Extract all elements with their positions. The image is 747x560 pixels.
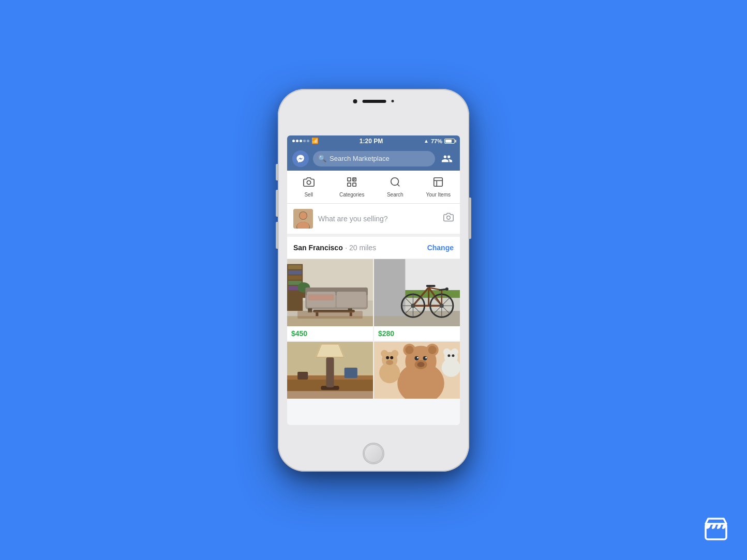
- svg-rect-34: [297, 311, 363, 319]
- search-icon: 🔍: [318, 155, 326, 162]
- wifi-icon: 📶: [311, 138, 319, 144]
- svg-rect-67: [326, 357, 334, 387]
- volume-up-button: [276, 190, 278, 217]
- your-items-icon: [432, 176, 444, 191]
- battery-icon: [444, 139, 455, 144]
- svg-rect-3: [348, 183, 351, 186]
- svg-point-0: [307, 180, 310, 184]
- listing-card-lamp[interactable]: [287, 342, 373, 399]
- sell-bar: What are you selling?: [287, 204, 460, 237]
- svg-rect-72: [287, 391, 373, 399]
- signal-dot-3: [300, 140, 302, 142]
- battery-percent: 77%: [431, 138, 442, 144]
- sell-camera-icon: [303, 176, 315, 191]
- nav-item-sell[interactable]: Sell: [287, 172, 331, 202]
- svg-point-85: [417, 361, 425, 367]
- svg-rect-27: [337, 291, 366, 307]
- listing-card-sofa[interactable]: $450: [287, 259, 373, 341]
- svg-point-97: [447, 354, 450, 357]
- location-distance: · 20 miles: [345, 244, 376, 252]
- svg-rect-36: [309, 295, 333, 299]
- search-bar[interactable]: 🔍 Search Marketplace: [313, 151, 435, 167]
- svg-point-88: [381, 350, 388, 357]
- front-camera: [353, 99, 357, 103]
- svg-point-11: [300, 212, 307, 219]
- location-info: San Francisco · 20 miles: [293, 243, 376, 252]
- volume-down-button: [276, 222, 278, 249]
- signal-dot-4: [303, 140, 306, 142]
- bike-price: $280: [374, 326, 460, 341]
- sofa-price: $450: [287, 326, 373, 341]
- signal-dot-1: [292, 140, 295, 142]
- sell-label: Sell: [304, 192, 313, 198]
- mute-button: [276, 164, 278, 180]
- signal-dot-2: [296, 140, 298, 142]
- search-placeholder: Search Marketplace: [330, 155, 390, 162]
- svg-point-90: [386, 359, 393, 365]
- svg-rect-71: [345, 367, 357, 377]
- user-avatar: [293, 209, 313, 229]
- svg-point-79: [428, 345, 437, 354]
- svg-rect-62: [426, 284, 436, 286]
- bottom-nav: Sell Categorie: [287, 171, 460, 204]
- bears-image: [374, 342, 460, 399]
- svg-point-83: [417, 357, 419, 358]
- signal-strength: [292, 140, 309, 142]
- status-time: 1:20 PM: [360, 138, 383, 145]
- your-items-label: Your Items: [426, 192, 451, 198]
- svg-point-92: [390, 356, 393, 359]
- svg-rect-41: [374, 259, 405, 316]
- svg-rect-17: [288, 265, 302, 269]
- categories-icon: [346, 176, 357, 191]
- sell-camera-icon: [443, 212, 454, 225]
- phone-screen: 📶 1:20 PM ▲ 77%: [287, 135, 460, 425]
- home-button[interactable]: [363, 443, 384, 464]
- marketplace-corner-icon: [700, 513, 731, 544]
- power-button: [469, 198, 471, 239]
- earpiece: [363, 100, 386, 103]
- messenger-icon[interactable]: [292, 150, 309, 167]
- home-button-inner: [364, 444, 383, 463]
- sell-placeholder: What are you selling?: [318, 215, 388, 223]
- sell-input-area[interactable]: What are you selling?: [318, 212, 454, 225]
- bluetooth-icon: ▲: [424, 138, 429, 144]
- svg-point-77: [405, 345, 413, 354]
- nav-bar: 🔍 Search Marketplace: [287, 147, 460, 171]
- svg-rect-7: [434, 177, 443, 186]
- svg-point-96: [451, 348, 458, 355]
- listing-card-bike[interactable]: $280: [374, 259, 460, 341]
- svg-rect-4: [353, 183, 356, 186]
- nav-item-your-items[interactable]: Your Items: [417, 172, 460, 202]
- change-location-button[interactable]: Change: [427, 244, 454, 252]
- svg-point-84: [425, 357, 427, 358]
- sofa-image: [287, 259, 373, 326]
- listings-grid: $450: [287, 259, 460, 399]
- svg-rect-18: [288, 270, 302, 274]
- profile-icon[interactable]: [439, 151, 455, 167]
- location-city: San Francisco: [293, 244, 343, 252]
- status-right: ▲ 77%: [424, 138, 455, 144]
- svg-rect-70: [297, 372, 308, 380]
- sensor-dot: [392, 100, 394, 102]
- categories-label: Categories: [339, 192, 364, 198]
- screen-content: Sell Categorie: [287, 171, 460, 425]
- search-nav-icon: [390, 176, 401, 191]
- phone-notch: [353, 99, 394, 103]
- nav-item-categories[interactable]: Categories: [331, 172, 374, 202]
- phone-device: 📶 1:20 PM ▲ 77%: [278, 89, 469, 472]
- svg-point-5: [391, 177, 399, 185]
- location-bar: San Francisco · 20 miles Change: [287, 237, 460, 259]
- svg-point-91: [386, 356, 389, 359]
- svg-line-6: [397, 184, 399, 186]
- svg-point-13: [447, 216, 451, 220]
- listing-card-bears[interactable]: [374, 342, 460, 399]
- svg-rect-1: [348, 177, 351, 180]
- svg-rect-19: [288, 275, 302, 279]
- nav-item-search[interactable]: Search: [374, 172, 417, 202]
- svg-point-98: [452, 354, 454, 357]
- lamp-image: [287, 342, 373, 399]
- status-left: 📶: [292, 138, 319, 144]
- status-bar: 📶 1:20 PM ▲ 77%: [287, 135, 460, 147]
- signal-dot-5: [307, 140, 309, 142]
- search-nav-label: Search: [387, 192, 404, 198]
